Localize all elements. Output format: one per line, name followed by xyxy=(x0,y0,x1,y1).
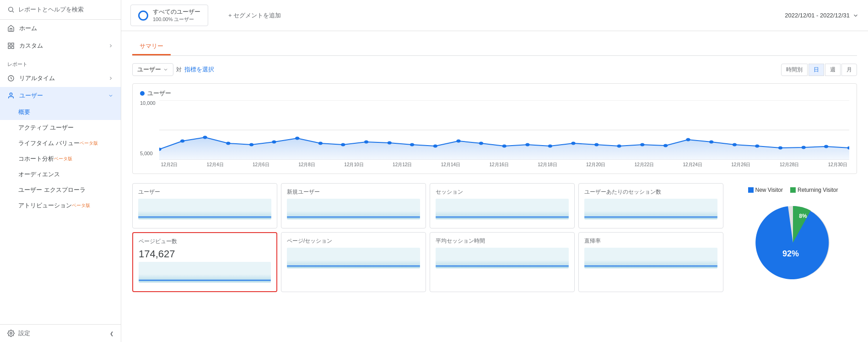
date-range-label: 2022/12/01 - 2022/12/31 xyxy=(785,12,850,19)
chart-x-labels: 12月2日 12月4日 12月6日 12月8日 12月10日 12月12日 12… xyxy=(159,162,849,168)
y-label-top: 10,000 xyxy=(140,100,156,106)
segment-all-users-label: すべてのユーザー xyxy=(153,8,200,16)
legend-dot-users xyxy=(140,91,145,96)
svg-point-20 xyxy=(341,143,345,147)
metric-pages-per-session-thumb xyxy=(287,248,420,268)
metric-card-pageviews[interactable]: ページビュー数 174,627 xyxy=(132,232,277,292)
sidebar-subitem-lifetime[interactable]: ライフタイム バリュー ベータ版 xyxy=(0,136,121,151)
time-btn-day[interactable]: 日 xyxy=(809,64,824,76)
svg-point-8 xyxy=(10,332,12,334)
sidebar-subitem-overview[interactable]: 概要 xyxy=(0,104,121,120)
svg-rect-4 xyxy=(11,46,14,49)
metric-avg-session-thumb xyxy=(436,248,569,268)
metric-card-sessions-per-user[interactable]: ユーザーあたりのセッション数 xyxy=(578,183,723,228)
topbar: すべてのユーザー 100.00% ユーザー + セグメントを追加 2022/12… xyxy=(121,0,868,31)
metric-card-new-users[interactable]: 新規ユーザー xyxy=(281,183,426,228)
chevron-collapse-icon: ❮ xyxy=(110,331,113,336)
metric-pageviews-value: 174,627 xyxy=(139,248,271,260)
sidebar-bottom[interactable]: 設定 ❮ xyxy=(0,324,121,342)
clock-icon xyxy=(7,75,15,82)
chart-legend: ユーザー xyxy=(140,89,849,98)
sidebar-subitem-user-explorer[interactable]: ユーザー エクスプローラ xyxy=(0,182,121,198)
svg-point-28 xyxy=(525,143,530,147)
svg-point-30 xyxy=(571,142,576,145)
metric-pageviews-thumb xyxy=(139,262,271,282)
sidebar-subitem-audience[interactable]: オーディエンス xyxy=(0,167,121,182)
line-chart-svg xyxy=(159,100,849,160)
tab-summary[interactable]: サマリー xyxy=(132,38,171,55)
expand-users-icon xyxy=(108,93,113,98)
metric-card-bounce-rate[interactable]: 直帰率 xyxy=(578,232,723,292)
metric-new-users-label: 新規ユーザー xyxy=(287,188,420,196)
cohort-label: コホート分析 xyxy=(18,155,54,163)
svg-rect-2 xyxy=(8,43,11,45)
metric-avg-session-label: 平均セッション時間 xyxy=(436,237,569,245)
settings-label: 設定 xyxy=(18,329,30,337)
expand-icon xyxy=(108,43,113,49)
svg-point-17 xyxy=(272,141,276,144)
sidebar-item-users[interactable]: ユーザー xyxy=(0,87,121,104)
search-bar[interactable]: レポートとヘルプを検索 xyxy=(0,0,121,20)
svg-point-13 xyxy=(180,140,185,143)
metric-card-avg-session[interactable]: 平均セッション時間 xyxy=(430,232,575,292)
metric-sessions-per-user-label: ユーザーあたりのセッション数 xyxy=(584,188,717,196)
svg-point-21 xyxy=(364,141,368,144)
home-label: ホーム xyxy=(19,24,37,33)
metric-sessions-thumb xyxy=(436,199,569,219)
controls-left: ユーザー 対 指標を選択 xyxy=(132,63,214,76)
svg-text:8%: 8% xyxy=(799,213,807,219)
sidebar-subitem-active-users[interactable]: アクティブ ユーザー xyxy=(0,120,121,136)
add-segment-button[interactable]: + セグメントを追加 xyxy=(217,9,288,22)
pie-legend: New Visitor Returning Visitor xyxy=(748,187,838,193)
svg-point-18 xyxy=(295,137,300,140)
tab-bar: サマリー xyxy=(132,38,857,56)
sidebar: レポートとヘルプを検索 ホーム カスタム レポート xyxy=(0,0,121,342)
time-buttons: 時間別 日 週 月 xyxy=(781,64,857,76)
select-metric-button[interactable]: 指標を選択 xyxy=(184,65,214,74)
person-icon xyxy=(7,92,15,99)
time-btn-week[interactable]: 週 xyxy=(825,64,841,76)
svg-point-0 xyxy=(9,7,13,11)
sidebar-item-realtime[interactable]: リアルタイム xyxy=(0,70,121,87)
svg-point-36 xyxy=(709,141,714,144)
svg-point-33 xyxy=(640,143,645,147)
sidebar-nav: ホーム カスタム レポート リアルタイム xyxy=(0,20,121,324)
sidebar-subitem-attribution[interactable]: アトリビューション ベータ版 xyxy=(0,198,121,213)
svg-point-32 xyxy=(617,145,621,148)
segment-all-users[interactable]: すべてのユーザー 100.00% ユーザー xyxy=(130,5,208,26)
svg-point-16 xyxy=(249,143,253,147)
time-btn-month[interactable]: 月 xyxy=(841,64,857,76)
sidebar-item-home[interactable]: ホーム xyxy=(0,20,121,37)
pie-legend-returning-visitor-label: Returning Visitor xyxy=(798,187,838,193)
chart-area xyxy=(159,100,849,160)
metric-bounce-rate-label: 直帰率 xyxy=(584,237,717,245)
segment-circle-filled xyxy=(138,11,148,21)
svg-text:92%: 92% xyxy=(782,249,799,258)
lifetime-label: ライフタイム バリュー xyxy=(18,139,80,147)
content-area: サマリー ユーザー 対 指標を選択 時間別 日 xyxy=(121,31,868,342)
metric-card-pages-per-session[interactable]: ページ/セッション xyxy=(281,232,426,292)
svg-point-29 xyxy=(548,145,552,148)
attribution-label: アトリビューション xyxy=(18,201,72,210)
y-label-mid: 5,000 xyxy=(140,151,156,156)
metric-sessions-label: セッション xyxy=(436,188,569,196)
metric-pages-per-session-label: ページ/セッション xyxy=(287,237,420,245)
pie-legend-new-visitor-label: New Visitor xyxy=(755,187,783,193)
svg-rect-5 xyxy=(8,46,11,49)
date-range[interactable]: 2022/12/01 - 2022/12/31 xyxy=(785,12,859,19)
grid-icon xyxy=(7,42,15,49)
time-btn-hourly[interactable]: 時間別 xyxy=(781,64,808,76)
metric-dropdown[interactable]: ユーザー xyxy=(132,63,173,76)
pie-chart-svg: 92% 8% xyxy=(747,197,839,288)
users-label: ユーザー xyxy=(19,92,43,100)
sidebar-item-custom[interactable]: カスタム xyxy=(0,37,121,54)
metric-card-users[interactable]: ユーザー xyxy=(132,183,277,228)
svg-rect-3 xyxy=(11,43,14,45)
overview-label: 概要 xyxy=(18,108,30,116)
sidebar-subitem-cohort[interactable]: コホート分析 ベータ版 xyxy=(0,151,121,167)
metric-card-sessions[interactable]: セッション xyxy=(430,183,575,228)
expand-realtime-icon xyxy=(108,76,113,81)
realtime-label: リアルタイム xyxy=(19,74,55,82)
metric-users-thumb xyxy=(138,199,271,219)
pie-area: New Visitor Returning Visitor xyxy=(729,183,857,292)
